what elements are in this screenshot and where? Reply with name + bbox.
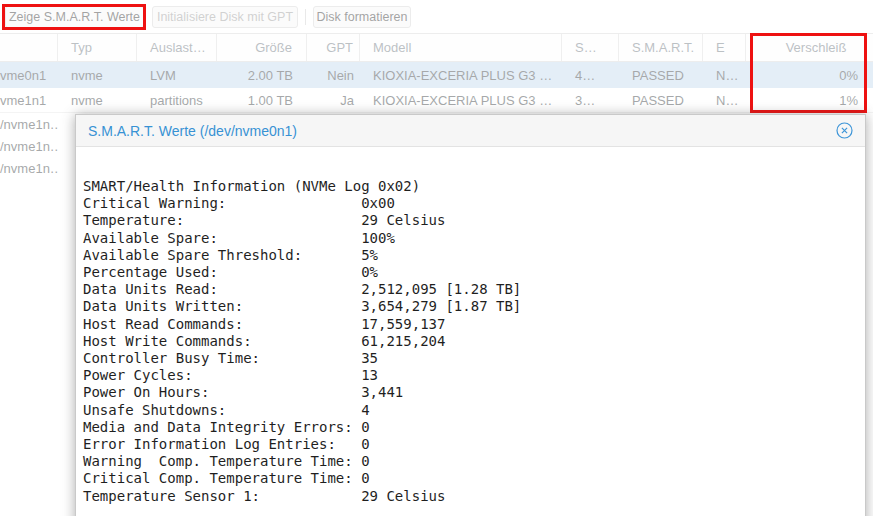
smart-output: SMART/Health Information (NVMe Log 0x02)…: [76, 147, 865, 513]
smart-values-modal: S.M.A.R.T. Werte (/dev/nvme0n1) SMART/He…: [75, 114, 866, 516]
disk-management-screen: Zeige S.M.A.R.T. Werte Initialisiere Dis…: [0, 0, 873, 516]
modal-title: S.M.A.R.T. Werte (/dev/nvme0n1): [88, 123, 297, 139]
modal-body: SMART/Health Information (NVMe Log 0x02)…: [76, 147, 865, 516]
modal-header: S.M.A.R.T. Werte (/dev/nvme0n1): [76, 115, 865, 147]
close-icon[interactable]: [836, 122, 853, 139]
